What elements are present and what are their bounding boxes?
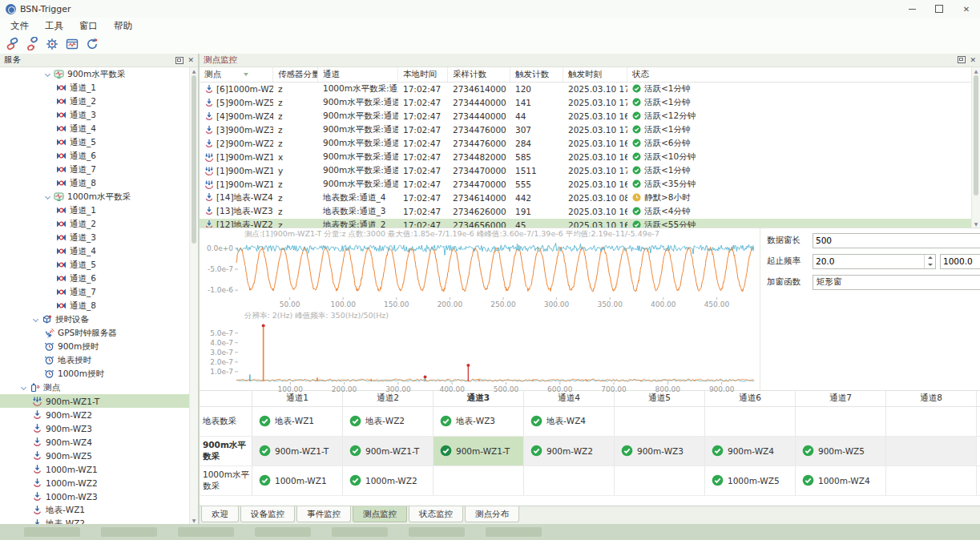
table-row-6[interactable]: [1]900m-WZ1-Ty900m水平数采:通道_217:02:4727344…	[200, 164, 972, 178]
grid-cell-1-3[interactable]: 900m-WZ2	[524, 437, 615, 465]
tree-item-10[interactable]: 通道_1	[0, 204, 198, 217]
minimize-button[interactable]	[898, 0, 926, 18]
grid-cell-0-7[interactable]	[886, 407, 977, 436]
table-scrollbar[interactable]: ▲ ▼	[971, 67, 980, 228]
tree-item-32[interactable]: 地表-WZ1	[0, 503, 198, 517]
grid-cell-0-1[interactable]: 地表-WZ2	[343, 407, 434, 436]
tree-item-1[interactable]: 通道_1	[0, 81, 198, 95]
column-header-5[interactable]: 触发计数	[510, 67, 563, 82]
tree-item-15[interactable]: 通道_6	[0, 272, 198, 285]
tree-item-16[interactable]: 通道_7	[0, 285, 198, 299]
tab-point-distribution[interactable]: 测点分布	[465, 506, 519, 522]
tree-item-5[interactable]: 通道_5	[0, 135, 198, 149]
grid-cell-0-5[interactable]	[705, 407, 796, 436]
tree-scrollbar[interactable]: ▲ ▼	[189, 67, 198, 524]
table-row-2[interactable]: [4]900m-WZ4z900m水平数采:通道_617:02:472734440…	[200, 110, 972, 123]
connect-icon[interactable]	[5, 37, 19, 51]
scroll-thumb[interactable]	[974, 75, 978, 195]
disconnect-icon[interactable]	[25, 37, 39, 51]
column-header-2[interactable]: 通道	[318, 67, 398, 82]
column-header-4[interactable]: 采样计数	[448, 67, 510, 82]
grid-cell-1-7[interactable]	[886, 437, 977, 465]
grid-cell-0-6[interactable]	[796, 407, 886, 436]
grid-cell-1-4[interactable]: 900m-WZ3	[615, 437, 705, 465]
close-panel-icon[interactable]: ✕	[970, 57, 976, 63]
freq-from-input[interactable]	[813, 255, 924, 268]
scroll-thumb[interactable]	[192, 75, 196, 244]
scroll-down-icon[interactable]: ▼	[972, 220, 980, 228]
tree-item-30[interactable]: 1000m-WZ2	[0, 476, 198, 490]
close-button[interactable]: ✕	[953, 0, 980, 18]
grid-cell-1-0[interactable]: 900m-WZ1-T	[252, 437, 343, 465]
window-length-stepper[interactable]	[813, 233, 980, 248]
chevron-expanded-icon[interactable]	[44, 71, 52, 79]
refresh-icon[interactable]	[85, 37, 99, 51]
tab-status-monitor[interactable]: 状态监控	[409, 506, 463, 522]
maximize-button[interactable]	[926, 0, 953, 18]
settings-gear-icon[interactable]	[45, 37, 59, 51]
grid-cell-0-3[interactable]: 地表-WZ4	[524, 407, 615, 436]
table-row-8[interactable]: [14]地表-WZ4z地表数采:通道_417:02:47273461400044…	[200, 191, 972, 205]
table-row-4[interactable]: [2]900m-WZ2z900m水平数采:通道_417:02:472734476…	[200, 137, 972, 151]
table-row-9[interactable]: [13]地表-WZ3z地表数采:通道_317:02:47273462600019…	[200, 205, 972, 219]
tab-point-monitor[interactable]: 测点监控	[353, 506, 407, 522]
scroll-up-icon[interactable]: ▲	[190, 67, 198, 75]
column-header-1[interactable]: 传感器分量	[273, 67, 318, 82]
tab-device-monitor[interactable]: 设备监控	[240, 506, 295, 522]
tree-item-6[interactable]: 通道_6	[0, 149, 198, 163]
tree-item-21[interactable]: 地表授时	[0, 353, 198, 367]
scroll-down-icon[interactable]: ▼	[190, 517, 198, 524]
close-panel-icon[interactable]: ✕	[188, 57, 194, 63]
tree-item-29[interactable]: 1000m-WZ1	[0, 462, 198, 476]
window-func-dropdown[interactable]: 矩形窗	[813, 275, 980, 290]
menu-item-2[interactable]: 窗口	[71, 18, 106, 34]
monitor-window-icon[interactable]	[65, 37, 79, 51]
grid-cell-2-5[interactable]: 1000m-WZ5	[705, 466, 796, 495]
tab-event-monitor[interactable]: 事件监控	[296, 506, 351, 522]
tree-item-25[interactable]: 900m-WZ2	[0, 408, 198, 421]
table-row-10[interactable]: [12]地表-WZ2z地表数采:通道_217:02:47273465600045…	[200, 219, 972, 228]
spectrum-chart[interactable]: 5.0e-74.0e-73.0e-72.0e-71.0e-7100.00200.…	[200, 320, 760, 393]
freq-from-stepper[interactable]	[813, 254, 936, 269]
column-header-6[interactable]: 触发时刻	[563, 67, 627, 82]
grid-cell-2-1[interactable]: 1000m-WZ2	[343, 466, 434, 495]
tree-item-18[interactable]: 授时设备	[0, 312, 198, 326]
tree-item-3[interactable]: 通道_3	[0, 108, 198, 122]
tree-item-31[interactable]: 1000m-WZ3	[0, 490, 198, 503]
table-row-1[interactable]: [5]900m-WZ5z900m水平数采:通道_717:02:472734440…	[200, 96, 972, 110]
column-header-0[interactable]: 测点	[200, 67, 273, 82]
grid-cell-1-6[interactable]: 900m-WZ5	[796, 437, 886, 465]
table-row-7[interactable]: [1]900m-WZ1-Tz900m水平数采:通道_317:02:4727344…	[200, 178, 972, 191]
tree-item-9[interactable]: 1000m水平数采	[0, 190, 198, 204]
grid-cell-1-5[interactable]: 900m-WZ4	[705, 437, 796, 465]
tree-item-26[interactable]: 900m-WZ3	[0, 421, 198, 435]
table-row-0[interactable]: [6]1000m-WZ1z1000m水平数采:通道_117:02:4727346…	[200, 83, 972, 96]
waveform-chart[interactable]: 0.0e+0-5.0e-7-1.0e-650.00100.00150.00200…	[200, 239, 760, 307]
tree-item-12[interactable]: 通道_3	[0, 231, 198, 244]
tree-item-17[interactable]: 通道_8	[0, 299, 198, 312]
float-panel-icon[interactable]	[175, 57, 183, 64]
tree-item-11[interactable]: 通道_2	[0, 217, 198, 231]
freq-to-input[interactable]	[941, 255, 980, 268]
tree-item-22[interactable]: 1000m授时	[0, 367, 198, 381]
window-length-input[interactable]	[813, 234, 980, 248]
grid-cell-2-3[interactable]	[524, 466, 615, 495]
float-panel-icon[interactable]	[958, 56, 966, 63]
tree-item-33[interactable]: 地表-WZ2	[0, 517, 198, 524]
tree-item-23[interactable]: 测点	[0, 381, 198, 394]
tree-item-7[interactable]: 通道_7	[0, 163, 198, 176]
grid-cell-0-4[interactable]	[615, 407, 705, 436]
tree-item-2[interactable]: 通道_2	[0, 95, 198, 108]
grid-cell-1-1[interactable]: 900m-WZ1-T	[343, 437, 434, 465]
menu-item-1[interactable]: 工具	[37, 18, 71, 34]
grid-cell-2-6[interactable]: 1000m-WZ4	[796, 466, 886, 495]
grid-cell-1-2[interactable]: 900m-WZ1-T	[434, 437, 524, 465]
tab-welcome[interactable]: 欢迎	[201, 506, 239, 522]
tree-item-0[interactable]: 900m水平数采	[0, 67, 198, 81]
table-row-3[interactable]: [3]900m-WZ3z900m水平数采:通道_517:02:472734476…	[200, 123, 972, 137]
tree-item-24[interactable]: 900m-WZ1-T	[0, 394, 198, 408]
grid-cell-0-2[interactable]: 地表-WZ3	[434, 407, 524, 436]
tree-item-8[interactable]: 通道_8	[0, 176, 198, 190]
grid-cell-2-0[interactable]: 1000m-WZ1	[252, 466, 343, 495]
menu-item-3[interactable]: 帮助	[106, 18, 140, 34]
